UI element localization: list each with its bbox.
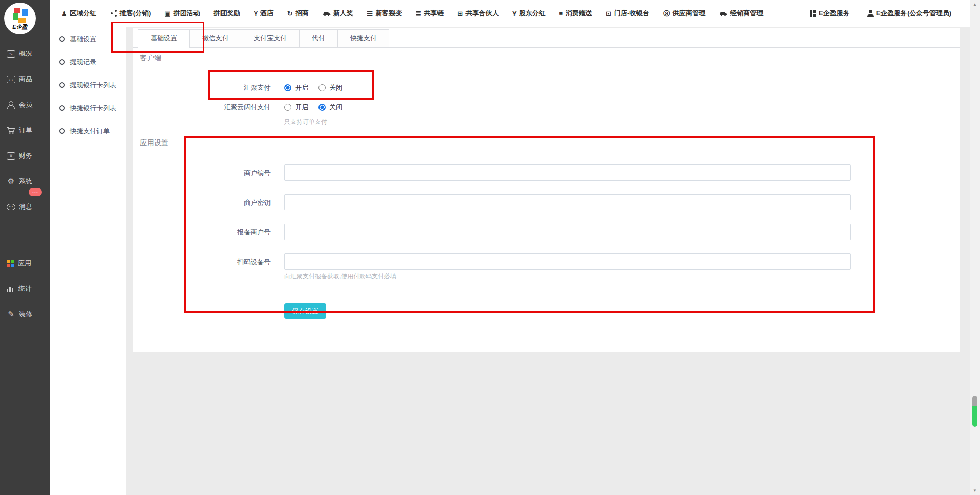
settings-panel: 基础设置 微信支付 支付宝支付 代付 快捷支付 客户端 汇聚支付 开启 关闭 汇… [133, 28, 960, 352]
circle-bullet-icon [59, 82, 65, 88]
nav-item-region-dividend[interactable]: ♟ 区域分红 [61, 9, 96, 18]
nav-item-label: 新人奖 [333, 9, 353, 18]
tab-alipay[interactable]: 支付宝支付 [241, 29, 300, 48]
huiju-unionpay-off-radio[interactable] [318, 104, 326, 111]
sidebar-item-goods[interactable]: ◡ 商品 [0, 66, 50, 92]
submenu-item-quick-bankcards[interactable]: 快捷银行卡列表 [50, 97, 126, 120]
scroll-up-icon[interactable]: ▲ [970, 2, 980, 7]
grid-icon: ⊞ [457, 10, 463, 17]
report-merchant-input[interactable] [284, 224, 851, 240]
nav-item-label: 消费赠送 [566, 9, 592, 18]
submenu-item-label: 基础设置 [70, 35, 96, 44]
sidebar-item-label: 应用 [18, 258, 31, 268]
submenu-item-label: 提现银行卡列表 [70, 81, 116, 90]
nav-item-investment[interactable]: ↻ 招商 [287, 9, 309, 18]
logo-text: E企盈 [4, 23, 36, 31]
nav-item-dealer-mgmt[interactable]: 经销商管理 [719, 9, 763, 18]
submenu-item-withdraw-bankcards[interactable]: 提现银行卡列表 [50, 74, 126, 97]
car-icon [719, 10, 727, 16]
settings-submenu: 基础设置 提现记录 提现银行卡列表 快捷银行卡列表 快捷支付订单 [50, 27, 126, 495]
sidebar-item-label: 统计 [18, 284, 32, 293]
navbar-right: E企盈服务 E企盈服务(公众号管理员) [810, 9, 951, 18]
nav-item-label: 门店-收银台 [614, 9, 649, 18]
section-title-client: 客户端 [140, 54, 952, 70]
sidebar-item-system[interactable]: ⚙ 系统 [0, 169, 50, 194]
huiju-pay-off-radio[interactable] [318, 84, 326, 91]
merchant-key-input[interactable] [284, 194, 851, 210]
sidebar-item-label: 会员 [19, 100, 32, 109]
menu-lines-icon: ☰ [367, 10, 373, 17]
sidebar-item-members[interactable]: 会员 [0, 92, 50, 117]
nav-item-consume-gift[interactable]: ≡ 消费赠送 [559, 9, 592, 18]
sidebar-item-overview[interactable]: ∿ 概况 [0, 41, 50, 66]
sidebar-item-stats[interactable]: 统计 [0, 276, 50, 301]
nav-item-promoter[interactable]: 推客(分销) [110, 9, 151, 18]
tab-payout[interactable]: 代付 [299, 29, 338, 48]
submenu-item-quick-pay-orders[interactable]: 快捷支付订单 [50, 120, 126, 143]
scan-device-input[interactable] [284, 253, 851, 270]
huiju-pay-on-radio[interactable] [284, 84, 291, 91]
submenu-item-label: 提现记录 [70, 58, 96, 67]
circle-bullet-icon [59, 59, 65, 65]
scroll-down-icon[interactable]: ▼ [970, 488, 980, 493]
nav-item-group-activity[interactable]: ▣ 拼团活动 [164, 9, 200, 18]
scan-device-row: 扫码设备号 向汇聚支付报备获取,使用付款码支付必填 [133, 253, 960, 281]
settings-tabs: 基础设置 微信支付 支付宝支付 代付 快捷支付 [133, 28, 960, 48]
merchant-id-row: 商户编号 [133, 164, 960, 181]
scrollbar-thumb[interactable] [972, 396, 977, 427]
goods-box-icon: ◡ [7, 76, 15, 83]
tab-wechat-pay[interactable]: 微信支付 [189, 29, 241, 48]
nav-item-shareholder-dividend[interactable]: ¥ 股东分红 [512, 9, 545, 18]
nav-item-share-partner[interactable]: ⊞ 共享合伙人 [457, 9, 499, 18]
merchant-key-row: 商户密钥 [133, 194, 960, 210]
car-icon [323, 10, 331, 16]
nav-item-label: 经销商管理 [730, 9, 763, 18]
person-pawn-icon: ♟ [61, 10, 67, 17]
sidebar-item-apps[interactable]: 应用 [0, 250, 50, 276]
overview-chart-icon: ∿ [7, 50, 15, 58]
page-scrollbar[interactable]: ▲ ▼ [970, 0, 980, 495]
submenu-item-withdraw-records[interactable]: 提现记录 [50, 51, 126, 74]
submenu-item-label: 快捷支付订单 [70, 127, 110, 136]
account-label: E企盈服务(公众号管理员) [876, 9, 951, 18]
nav-item-new-customer[interactable]: ☰ 新客裂变 [367, 9, 402, 18]
huiju-pay-row: 汇聚支付 开启 关闭 [133, 79, 960, 97]
account-menu[interactable]: E企盈服务(公众号管理员) [867, 9, 951, 18]
sidebar-item-orders[interactable]: 订单 [0, 117, 50, 143]
service-label: E企盈服务 [819, 9, 850, 18]
nav-item-share-chain[interactable]: ≣ 共享链 [415, 9, 444, 18]
app-logo[interactable]: E企盈 [4, 3, 36, 34]
admin-app: ♟ 区域分红 推客(分销) ▣ 拼团活动 拼团奖励 ¥ 酒店 ↻ 招商 新人奖 … [0, 0, 980, 495]
service-menu[interactable]: E企盈服务 [810, 9, 850, 18]
nav-item-store-cashier[interactable]: ⊡ 门店-收银台 [606, 9, 649, 18]
report-merchant-label: 报备商户号 [133, 224, 271, 240]
nav-item-newcomer-award[interactable]: 新人奖 [323, 9, 353, 18]
nav-item-hotel[interactable]: ¥ 酒店 [254, 9, 274, 18]
tab-basic-settings[interactable]: 基础设置 [138, 29, 190, 48]
radio-option-label: 关闭 [329, 83, 342, 92]
sidebar-item-messages[interactable]: ⋯ 消息 ... [0, 194, 50, 220]
sidebar-item-label: 订单 [19, 126, 32, 135]
report-merchant-row: 报备商户号 [133, 224, 960, 240]
user-icon [867, 10, 874, 17]
recycle-icon: ↻ [287, 10, 293, 17]
nav-item-label: 拼团奖励 [214, 9, 240, 18]
nav-item-group-reward[interactable]: 拼团奖励 [214, 9, 240, 18]
submenu-item-basic-settings[interactable]: 基础设置 [50, 28, 126, 51]
sidebar-item-decorate[interactable]: ✎ 装修 [0, 301, 50, 327]
sidebar-item-label: 概况 [19, 49, 32, 58]
huiju-unionpay-on-radio[interactable] [284, 104, 291, 111]
save-settings-button[interactable]: 保存设置 [284, 303, 326, 319]
huiju-unionpay-label: 汇聚云闪付支付 [133, 103, 271, 112]
nav-item-supplier-mgmt[interactable]: Ⓢ 供应商管理 [663, 9, 705, 18]
radio-option-label: 关闭 [329, 103, 342, 112]
merchant-id-input[interactable] [284, 164, 851, 181]
sidebar-item-finance[interactable]: ¥ 财务 [0, 143, 50, 169]
yen-icon: ¥ [254, 10, 258, 17]
radio-option-label: 开启 [295, 103, 308, 112]
tab-quick-pay[interactable]: 快捷支付 [337, 29, 389, 48]
sidebar-item-label: 商品 [19, 75, 32, 84]
system-gear-icon: ⚙ [7, 177, 15, 186]
circle-bullet-icon [59, 36, 65, 42]
stats-bars-icon [7, 286, 15, 292]
